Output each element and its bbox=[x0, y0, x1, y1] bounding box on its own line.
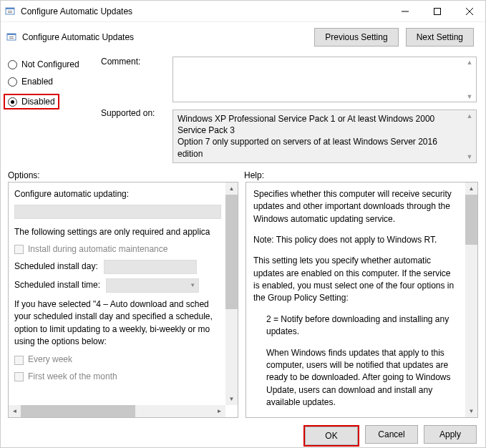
update-mode-dropdown[interactable] bbox=[14, 205, 221, 219]
next-setting-button[interactable]: Next Setting bbox=[406, 28, 474, 47]
window-buttons bbox=[389, 1, 485, 21]
scrollbar[interactable]: ▲▼ bbox=[465, 110, 475, 162]
subtitle-bar: Configure Automatic Updates Previous Set… bbox=[1, 22, 485, 49]
cancel-button[interactable]: Cancel bbox=[365, 425, 418, 444]
svg-rect-3 bbox=[8, 12, 12, 13]
apply-button[interactable]: Apply bbox=[424, 425, 477, 444]
checkbox-label: First week of the month bbox=[28, 371, 117, 383]
radio-label: Disabled bbox=[21, 97, 55, 107]
titlebar: Configure Automatic Updates bbox=[1, 1, 485, 22]
svg-rect-10 bbox=[9, 36, 14, 37]
help-text: 2 = Notify before downloading and instal… bbox=[253, 313, 458, 339]
install-time-dropdown[interactable]: ▼ bbox=[106, 278, 199, 293]
checkbox-label: Install during automatic maintenance bbox=[28, 243, 167, 255]
minimize-button[interactable] bbox=[389, 1, 421, 21]
state-form: Not Configured Enabled Disabled Comment:… bbox=[1, 49, 485, 166]
help-text: Specifies whether this computer will rec… bbox=[253, 188, 458, 225]
install-day-dropdown[interactable] bbox=[104, 260, 197, 274]
policy-icon bbox=[6, 31, 18, 43]
comment-textarea[interactable]: ▲▼ bbox=[172, 57, 477, 102]
previous-setting-button[interactable]: Previous Setting bbox=[314, 28, 398, 47]
options-paragraph: If you have selected "4 – Auto download … bbox=[14, 298, 221, 349]
vertical-scrollbar[interactable]: ▲ ▼ bbox=[225, 182, 238, 405]
supported-on-label: Supported on: bbox=[101, 108, 165, 118]
radio-label: Enabled bbox=[21, 77, 53, 87]
radio-enabled[interactable]: Enabled bbox=[8, 77, 94, 87]
scrollbar[interactable]: ▲▼ bbox=[465, 57, 475, 102]
radio-not-configured[interactable]: Not Configured bbox=[8, 59, 94, 69]
radio-disabled[interactable]: Disabled bbox=[4, 94, 59, 109]
vertical-scrollbar[interactable]: ▲ ▼ bbox=[465, 182, 477, 417]
svg-rect-2 bbox=[8, 11, 12, 11]
close-button[interactable] bbox=[453, 1, 485, 21]
window-title: Configure Automatic Updates bbox=[16, 6, 389, 16]
checkbox-every-week[interactable]: Every week bbox=[14, 354, 221, 366]
install-day-label: Scheduled install day: bbox=[14, 260, 98, 273]
comment-label: Comment: bbox=[101, 57, 165, 108]
svg-rect-1 bbox=[6, 8, 14, 9]
horizontal-scrollbar[interactable]: ◄ ► bbox=[9, 405, 225, 417]
radio-label: Not Configured bbox=[21, 59, 79, 69]
svg-rect-9 bbox=[7, 34, 16, 35]
options-section-label: Options: bbox=[8, 170, 244, 180]
options-panel: Configure automatic updating: The follow… bbox=[8, 182, 238, 418]
supported-on-value: Windows XP Professional Service Pack 1 o… bbox=[178, 113, 472, 160]
checkbox-label: Every week bbox=[28, 354, 72, 366]
help-panel: Specifies whether this computer will rec… bbox=[246, 182, 478, 418]
help-text: When Windows finds updates that apply to… bbox=[253, 347, 458, 409]
svg-rect-5 bbox=[434, 8, 440, 14]
ok-button[interactable]: OK bbox=[305, 427, 358, 445]
dialog-footer: OK Cancel Apply bbox=[1, 418, 485, 448]
checkbox-install-maintenance[interactable]: Install during automatic maintenance bbox=[14, 243, 221, 255]
svg-rect-11 bbox=[9, 38, 14, 39]
supported-on-text: Windows XP Professional Service Pack 1 o… bbox=[172, 109, 477, 163]
install-time-label: Scheduled install time: bbox=[14, 279, 100, 291]
policy-icon bbox=[5, 6, 16, 17]
help-section-label: Help: bbox=[244, 170, 264, 180]
help-text: Note: This policy does not apply to Wind… bbox=[253, 234, 458, 246]
help-text: This setting lets you specify whether au… bbox=[253, 255, 458, 305]
maximize-button[interactable] bbox=[421, 1, 453, 21]
options-heading: Configure automatic updating: bbox=[14, 188, 221, 200]
policy-name: Configure Automatic Updates bbox=[18, 32, 314, 42]
options-note: The following settings are only required… bbox=[14, 226, 221, 238]
state-radios: Not Configured Enabled Disabled bbox=[8, 57, 94, 163]
checkbox-first-week[interactable]: First week of the month bbox=[14, 371, 221, 383]
